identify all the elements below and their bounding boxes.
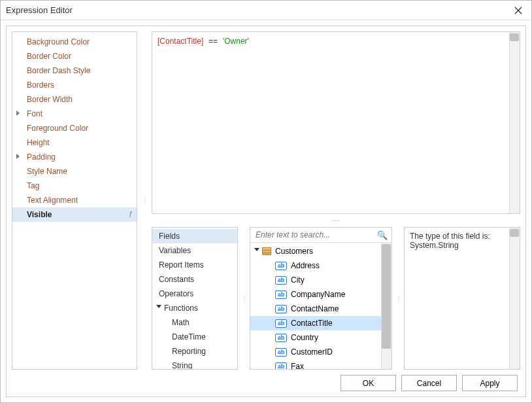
property-item[interactable]: Background Color <box>12 35 137 49</box>
field-item[interactable]: Country <box>250 330 381 345</box>
editor-frame: Background ColorBorder ColorBorder Dash … <box>6 26 526 397</box>
field-item[interactable]: CustomerID <box>250 345 381 359</box>
category-item[interactable]: Variables <box>152 243 237 258</box>
property-item[interactable]: Font <box>12 107 137 121</box>
property-label: Text Alignment <box>27 196 78 205</box>
category-subitem[interactable]: Reporting <box>152 344 237 359</box>
field-item[interactable]: CompanyName <box>250 287 381 302</box>
splitter-horizontal[interactable] <box>152 218 520 223</box>
window-title: Expression Editor <box>6 5 73 15</box>
bottom-row: FieldsVariablesReport ItemsConstantsOper… <box>152 227 520 370</box>
property-item[interactable]: Border Width <box>12 92 137 107</box>
field-item[interactable]: ContactName <box>250 302 381 316</box>
expr-operator: == <box>208 37 218 46</box>
field-item[interactable]: ContactTitle <box>250 316 381 330</box>
splitter-vertical[interactable] <box>142 31 146 370</box>
field-label: City <box>291 274 305 286</box>
string-field-icon <box>275 319 287 328</box>
desc-scrollbar[interactable] <box>509 228 520 369</box>
field-label: Country <box>291 332 318 343</box>
string-field-icon <box>275 348 287 357</box>
fields-scrollbar[interactable] <box>381 243 391 369</box>
category-item[interactable]: Fields <box>152 229 237 243</box>
property-item[interactable]: Tag <box>12 179 137 193</box>
cancel-label: Cancel <box>417 379 441 388</box>
property-item[interactable]: Border Color <box>12 49 137 63</box>
field-label: CustomerID <box>291 346 333 358</box>
fields-root-label: Customers <box>275 245 313 257</box>
chevron-down-icon[interactable] <box>254 248 259 251</box>
category-item[interactable]: Functions <box>152 301 237 315</box>
chevron-right-icon[interactable] <box>16 111 20 116</box>
category-label: Variables <box>159 246 191 255</box>
field-label: ContactTitle <box>291 317 333 329</box>
property-item[interactable]: Text Alignment <box>12 193 137 207</box>
close-icon <box>514 7 522 14</box>
property-item[interactable]: Padding <box>12 150 137 164</box>
property-item[interactable]: Style Name <box>12 164 137 179</box>
field-label: Fax <box>291 360 304 369</box>
category-item[interactable]: Report Items <box>152 258 237 272</box>
property-label: Height <box>27 138 50 147</box>
chevron-right-icon[interactable] <box>16 154 20 159</box>
category-label: Functions <box>164 304 198 313</box>
splitter-cat[interactable] <box>242 227 246 370</box>
search-row: 🔍 <box>250 228 391 243</box>
category-label: Fields <box>159 232 180 241</box>
chevron-down-icon[interactable] <box>156 305 161 308</box>
table-icon <box>262 247 271 255</box>
category-subitem[interactable]: Math <box>152 315 237 330</box>
cancel-button[interactable]: Cancel <box>401 375 457 391</box>
fields-list-inner[interactable]: CustomersAddressCityCompanyNameContactNa… <box>250 243 381 369</box>
expression-textarea[interactable]: [ContactTitle] == 'Owner' <box>152 31 520 214</box>
fields-list: CustomersAddressCityCompanyNameContactNa… <box>250 243 391 369</box>
field-label: ContactName <box>291 303 339 315</box>
property-label: Border Width <box>27 95 73 104</box>
splitter-desc[interactable] <box>396 227 400 370</box>
field-item[interactable]: City <box>250 273 381 287</box>
property-label: Font <box>27 109 42 118</box>
apply-button[interactable]: Apply <box>462 375 518 391</box>
property-label: Border Color <box>27 52 71 61</box>
category-label: Report Items <box>159 260 204 270</box>
category-subitem[interactable]: DateTime <box>152 330 237 344</box>
property-item[interactable]: Height <box>12 135 137 150</box>
description-line2: System.String <box>410 241 507 250</box>
category-item[interactable]: Operators <box>152 287 237 301</box>
fields-root[interactable]: Customers <box>250 244 381 258</box>
property-label: Padding <box>27 152 56 162</box>
property-item[interactable]: Visible <box>12 207 137 222</box>
close-button[interactable] <box>510 3 526 18</box>
string-field-icon <box>275 262 287 270</box>
category-subitem[interactable]: String <box>152 359 237 370</box>
expr-value: 'Owner' <box>223 37 249 46</box>
ok-label: OK <box>363 379 374 388</box>
category-item[interactable]: Constants <box>152 272 237 287</box>
category-label: Constants <box>159 275 194 284</box>
footer: OK Cancel Apply <box>12 375 520 391</box>
field-item[interactable]: Fax <box>250 359 381 369</box>
apply-label: Apply <box>480 379 499 388</box>
ok-button[interactable]: OK <box>341 375 396 391</box>
field-label: Address <box>291 260 320 272</box>
field-item[interactable]: Address <box>250 258 381 273</box>
property-item[interactable]: Foreground Color <box>12 121 137 135</box>
property-item[interactable]: Borders <box>12 78 137 92</box>
property-label: Foreground Color <box>27 124 88 133</box>
fields-panel: 🔍 CustomersAddressCityCompanyNameContact… <box>250 227 392 370</box>
property-label: Border Dash Style <box>27 66 90 75</box>
right-panel: [ContactTitle] == 'Owner' FieldsVariable… <box>152 31 520 370</box>
property-item[interactable]: Border Dash Style <box>12 63 137 78</box>
description-line1: The type of this field is: <box>410 232 507 241</box>
titlebar: Expression Editor <box>1 1 531 20</box>
property-label: Background Color <box>27 37 90 46</box>
editor-scrollbar[interactable] <box>509 32 520 213</box>
properties-list[interactable]: Background ColorBorder ColorBorder Dash … <box>12 31 137 370</box>
search-input[interactable] <box>250 228 391 242</box>
string-field-icon <box>275 290 287 299</box>
string-field-icon <box>275 276 287 285</box>
field-label: CompanyName <box>291 289 345 300</box>
description-panel: The type of this field is: System.String <box>404 227 520 370</box>
search-icon[interactable]: 🔍 <box>377 230 388 240</box>
categories-panel[interactable]: FieldsVariablesReport ItemsConstantsOper… <box>152 227 238 370</box>
